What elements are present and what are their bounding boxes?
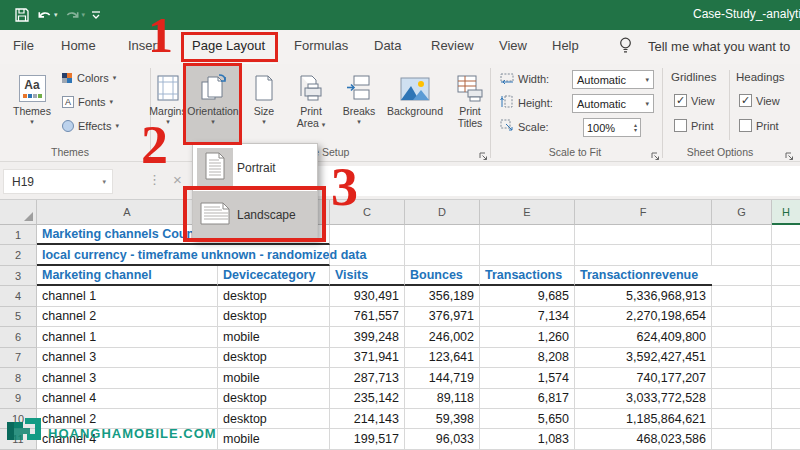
cell[interactable] — [712, 389, 772, 409]
cell-header[interactable]: Visits — [330, 266, 405, 286]
cell[interactable] — [480, 245, 575, 265]
cell[interactable]: desktop — [218, 409, 330, 429]
cell[interactable]: 96,033 — [405, 429, 480, 449]
cell[interactable]: channel 3 — [37, 368, 218, 388]
cell[interactable]: 1,185,864,621 — [575, 409, 712, 429]
height-dropdown[interactable]: Automatic▾ — [572, 94, 654, 113]
cell[interactable] — [712, 245, 772, 265]
cell[interactable] — [712, 429, 772, 449]
save-icon[interactable] — [14, 5, 30, 25]
cell[interactable]: 5,336,968,913 — [575, 286, 712, 306]
cell[interactable] — [772, 348, 800, 368]
cell[interactable]: mobile — [218, 429, 330, 449]
cell[interactable]: 1,083 — [480, 429, 575, 449]
size-button[interactable]: Size ▾ — [244, 66, 284, 144]
cell[interactable] — [712, 225, 772, 245]
headings-view-checkbox[interactable]: ✓ View — [739, 94, 780, 107]
cell[interactable] — [218, 245, 330, 265]
tab-file[interactable]: File — [13, 38, 34, 53]
tab-view[interactable]: View — [499, 38, 527, 53]
cell-header[interactable]: Transactions — [480, 266, 575, 286]
row-header[interactable]: 6 — [0, 327, 37, 347]
row-header[interactable]: 1 — [0, 225, 37, 245]
cell[interactable]: 89,118 — [405, 389, 480, 409]
cell[interactable] — [575, 225, 712, 245]
cell-header[interactable]: Devicecategory — [218, 266, 330, 286]
cell[interactable] — [772, 286, 800, 306]
cancel-icon[interactable]: × — [173, 171, 182, 188]
headings-print-checkbox[interactable]: Print — [739, 119, 779, 132]
cell[interactable] — [772, 307, 800, 327]
cell[interactable]: 59,398 — [405, 409, 480, 429]
cell[interactable]: 199,517 — [330, 429, 405, 449]
cell[interactable] — [772, 266, 800, 286]
cell[interactable]: 3,592,427,451 — [575, 348, 712, 368]
cell[interactable]: 371,941 — [330, 348, 405, 368]
row-header[interactable]: 5 — [0, 307, 37, 327]
checkbox-checked-icon[interactable]: ✓ — [674, 94, 687, 107]
cell[interactable]: 930,491 — [330, 286, 405, 306]
cell[interactable] — [772, 245, 800, 265]
checkbox-unchecked-icon[interactable] — [674, 119, 687, 132]
cell-header[interactable]: Transactionrevenue — [575, 266, 712, 286]
cell[interactable]: 214,143 — [330, 409, 405, 429]
row-header[interactable]: 4 — [0, 286, 37, 306]
cell[interactable]: 761,557 — [330, 307, 405, 327]
cell[interactable]: 468,023,586 — [575, 429, 712, 449]
gridlines-print-checkbox[interactable]: Print — [674, 119, 714, 132]
column-header-d[interactable]: D — [405, 200, 480, 225]
menu-item-portrait[interactable]: Portrait — [193, 144, 317, 191]
tab-home[interactable]: Home — [61, 38, 96, 53]
tab-data[interactable]: Data — [374, 38, 401, 53]
name-box-dropdown-icon[interactable]: ▾ — [102, 178, 106, 186]
background-button[interactable]: Background — [382, 66, 448, 144]
cell[interactable]: 144,719 — [405, 368, 480, 388]
cell[interactable]: channel 1 — [37, 286, 218, 306]
cell[interactable] — [772, 389, 800, 409]
cell[interactable]: 235,142 — [330, 389, 405, 409]
cell[interactable]: mobile — [218, 327, 330, 347]
cell-a2[interactable]: local currency - timeframe unknown - ran… — [37, 245, 218, 265]
cell[interactable]: 6,817 — [480, 389, 575, 409]
cell[interactable]: 3,033,772,528 — [575, 389, 712, 409]
cell[interactable]: desktop — [218, 286, 330, 306]
cell[interactable] — [712, 286, 772, 306]
cell[interactable]: 8,208 — [480, 348, 575, 368]
scale-spinner[interactable]: 100% ▴▾ — [583, 118, 641, 137]
cell[interactable]: 740,177,207 — [575, 368, 712, 388]
cell[interactable]: channel 2 — [37, 307, 218, 327]
fonts-button[interactable]: A Fonts▾ — [62, 96, 113, 108]
cell[interactable] — [405, 225, 480, 245]
cell[interactable]: 356,189 — [405, 286, 480, 306]
cell[interactable]: 624,409,800 — [575, 327, 712, 347]
row-header[interactable]: 3 — [0, 266, 37, 286]
cell[interactable] — [480, 225, 575, 245]
cell[interactable] — [405, 245, 480, 265]
row-header[interactable]: 8 — [0, 368, 37, 388]
print-area-button[interactable]: PrintArea ▾ — [288, 66, 334, 144]
cell[interactable] — [712, 409, 772, 429]
cell[interactable] — [330, 245, 405, 265]
cell[interactable]: desktop — [218, 307, 330, 327]
tell-me-box[interactable]: Tell me what you want to — [648, 39, 790, 54]
cell[interactable]: 376,971 — [405, 307, 480, 327]
cell[interactable] — [772, 327, 800, 347]
effects-button[interactable]: Effects▾ — [62, 120, 119, 132]
cell[interactable]: 9,685 — [480, 286, 575, 306]
redo-dropdown-icon[interactable]: ▾ — [82, 11, 86, 19]
cell[interactable] — [772, 368, 800, 388]
print-titles-button[interactable]: PrintTitles — [450, 66, 490, 144]
cell[interactable]: 1,574 — [480, 368, 575, 388]
breaks-button[interactable]: Breaks ▾ — [338, 66, 380, 144]
checkbox-checked-icon[interactable]: ✓ — [739, 94, 752, 107]
name-box[interactable]: H19 ▾ — [3, 169, 113, 194]
cell[interactable]: 399,248 — [330, 327, 405, 347]
undo-dropdown-icon[interactable]: ▾ — [54, 11, 58, 19]
cell[interactable] — [712, 327, 772, 347]
redo-button[interactable]: ▾ — [64, 5, 86, 25]
cell[interactable]: channel 4 — [37, 389, 218, 409]
tab-review[interactable]: Review — [431, 38, 474, 53]
row-header[interactable]: 7 — [0, 348, 37, 368]
cell[interactable]: 2,270,198,654 — [575, 307, 712, 327]
width-dropdown[interactable]: Automatic▾ — [572, 70, 654, 89]
